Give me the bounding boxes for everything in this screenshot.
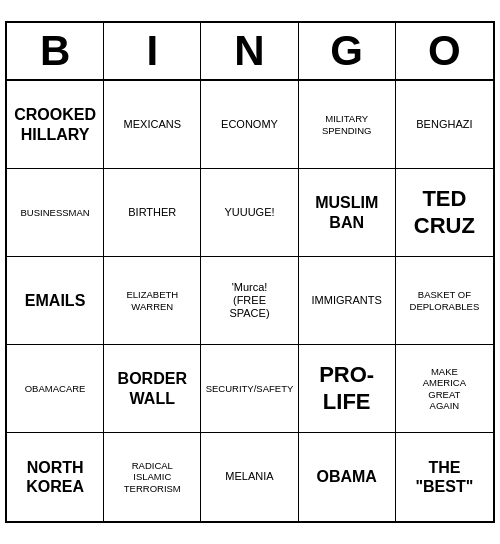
bingo-cell: OBAMACARE — [7, 345, 104, 433]
bingo-cell: IMMIGRANTS — [299, 257, 396, 345]
bingo-cell: MELANIA — [201, 433, 298, 521]
bingo-cell: BASKET OF DEPLORABLES — [396, 257, 493, 345]
bingo-cell: BENGHAZI — [396, 81, 493, 169]
bingo-grid: CROOKED HILLARYMEXICANSECONOMYMILITARY S… — [7, 81, 493, 521]
bingo-cell: CROOKED HILLARY — [7, 81, 104, 169]
bingo-cell: OBAMA — [299, 433, 396, 521]
bingo-cell: 'Murca! (FREE SPACE) — [201, 257, 298, 345]
bingo-cell: THE "BEST" — [396, 433, 493, 521]
bingo-cell: MEXICANS — [104, 81, 201, 169]
bingo-cell: PRO- LIFE — [299, 345, 396, 433]
bingo-cell: EMAILS — [7, 257, 104, 345]
bingo-cell: TED CRUZ — [396, 169, 493, 257]
bingo-header-letter: N — [201, 23, 298, 79]
bingo-cell: RADICAL ISLAMIC TERRORISM — [104, 433, 201, 521]
bingo-header-letter: B — [7, 23, 104, 79]
bingo-header: BINGO — [7, 23, 493, 81]
bingo-cell: BORDER WALL — [104, 345, 201, 433]
bingo-cell: MILITARY SPENDING — [299, 81, 396, 169]
bingo-cell: SECURITY/SAFETY — [201, 345, 298, 433]
bingo-cell: BUSINESSMAN — [7, 169, 104, 257]
bingo-card: BINGO CROOKED HILLARYMEXICANSECONOMYMILI… — [5, 21, 495, 523]
bingo-header-letter: G — [299, 23, 396, 79]
bingo-cell: BIRTHER — [104, 169, 201, 257]
bingo-cell: ECONOMY — [201, 81, 298, 169]
bingo-cell: ELIZABETH WARREN — [104, 257, 201, 345]
bingo-cell: YUUUGE! — [201, 169, 298, 257]
bingo-cell: MUSLIM BAN — [299, 169, 396, 257]
bingo-header-letter: I — [104, 23, 201, 79]
bingo-header-letter: O — [396, 23, 493, 79]
bingo-cell: NORTH KOREA — [7, 433, 104, 521]
bingo-cell: MAKE AMERICA GREAT AGAIN — [396, 345, 493, 433]
